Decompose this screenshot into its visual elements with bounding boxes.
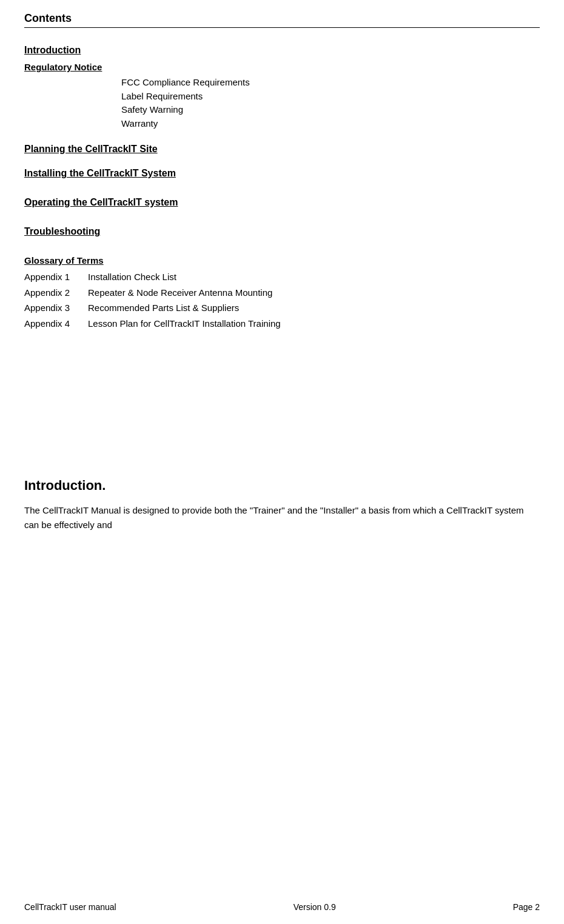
appendix-text-0: Installation Check List [88,269,176,285]
intro-section: Introduction. The CellTrackIT Manual is … [24,478,540,532]
appendix-label-3: Appendix 4 [24,316,88,332]
appendix-label-1: Appendix 2 [24,285,88,301]
section-heading-troubleshooting[interactable]: Troubleshooting [24,226,540,237]
appendix-item-2: Appendix 3 Recommended Parts List & Supp… [24,300,540,316]
subsection-regulatory: Regulatory Notice FCC Compliance Require… [24,62,540,130]
footer-left: CellTrackIT user manual [24,902,116,912]
appendix-item-3: Appendix 4 Lesson Plan for CellTrackIT I… [24,316,540,332]
sub-heading-regulatory[interactable]: Regulatory Notice [24,62,540,72]
footer-right: Page 2 [513,902,540,912]
regulatory-item-0[interactable]: FCC Compliance Requirements [121,76,540,90]
section-planning: Planning the CellTrackIT Site [24,144,540,155]
section-installing: Installing the CellTrackIT System [24,168,540,179]
page-container: Contents Introduction Regulatory Notice … [0,0,564,924]
appendix-list: Appendix 1 Installation Check List Appen… [24,269,540,331]
section-troubleshooting: Troubleshooting [24,226,540,237]
regulatory-item-3[interactable]: Warranty [121,117,540,131]
section-introduction: Introduction Regulatory Notice FCC Compl… [24,45,540,130]
section-heading-introduction[interactable]: Introduction [24,45,540,56]
appendix-item-1: Appendix 2 Repeater & Node Receiver Ante… [24,285,540,301]
appendix-text-3: Lesson Plan for CellTrackIT Installation… [88,316,281,332]
section-heading-planning[interactable]: Planning the CellTrackIT Site [24,144,540,155]
section-heading-operating[interactable]: Operating the CellTrackIT system [24,197,540,208]
spacer [24,344,540,466]
intro-heading: Introduction. [24,478,540,494]
title-divider [24,27,540,28]
page-title: Contents [24,12,540,25]
regulatory-items: FCC Compliance Requirements Label Requir… [121,76,540,130]
appendix-label-2: Appendix 3 [24,300,88,316]
appendix-item-0: Appendix 1 Installation Check List [24,269,540,285]
section-heading-installing[interactable]: Installing the CellTrackIT System [24,168,540,179]
section-operating: Operating the CellTrackIT system [24,197,540,208]
page-footer: CellTrackIT user manual Version 0.9 Page… [24,902,540,912]
section-heading-glossary[interactable]: Glossary of Terms [24,255,540,266]
section-glossary-appendices: Glossary of Terms Appendix 1 Installatio… [24,255,540,331]
regulatory-item-2[interactable]: Safety Warning [121,103,540,117]
appendix-text-2: Recommended Parts List & Suppliers [88,300,239,316]
appendix-label-0: Appendix 1 [24,269,88,285]
footer-center: Version 0.9 [294,902,336,912]
appendix-text-1: Repeater & Node Receiver Antenna Mountin… [88,285,272,301]
regulatory-item-1[interactable]: Label Requirements [121,90,540,104]
intro-paragraph: The CellTrackIT Manual is designed to pr… [24,503,540,532]
